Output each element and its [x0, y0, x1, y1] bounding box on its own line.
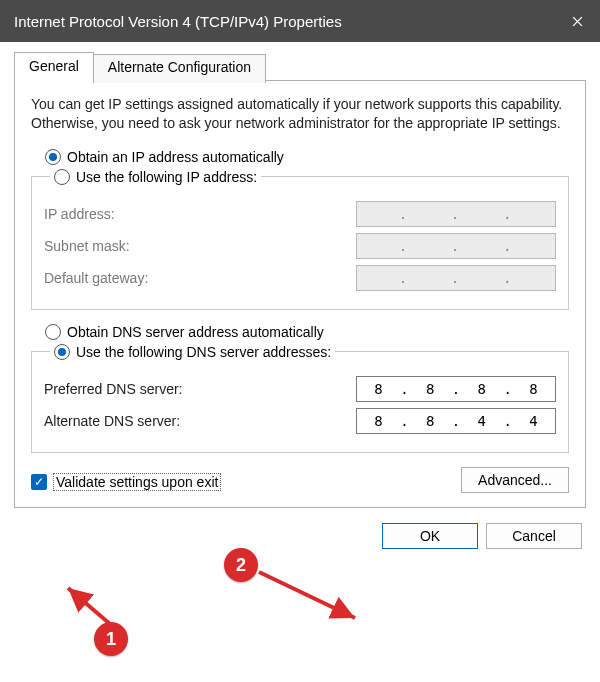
radio-dns-auto-label: Obtain DNS server address automatically — [67, 324, 324, 340]
radio-dns-auto[interactable]: Obtain DNS server address automatically — [45, 324, 569, 340]
radio-icon — [45, 324, 61, 340]
gateway-input: . . . — [356, 265, 556, 291]
advanced-button[interactable]: Advanced... — [461, 467, 569, 493]
tab-alternate-label: Alternate Configuration — [108, 59, 251, 75]
alternate-dns-label: Alternate DNS server: — [44, 413, 180, 429]
annotation-badge-2: 2 — [224, 548, 258, 582]
tab-panel-general: You can get IP settings assigned automat… — [14, 80, 586, 508]
dns-manual-legend: Use the following DNS server addresses: — [50, 344, 335, 360]
dialog-buttons: OK Cancel — [14, 523, 586, 549]
preferred-dns-label: Preferred DNS server: — [44, 381, 182, 397]
ok-button[interactable]: OK — [382, 523, 478, 549]
radio-icon — [54, 344, 70, 360]
ip-address-label: IP address: — [44, 206, 115, 222]
row-subnet: Subnet mask: . . . — [44, 233, 556, 259]
validate-checkbox[interactable]: ✓ Validate settings upon exit — [31, 473, 221, 491]
ok-button-label: OK — [420, 528, 440, 544]
close-button[interactable] — [554, 0, 600, 42]
radio-ip-auto-label: Obtain an IP address automatically — [67, 149, 284, 165]
tab-alternate[interactable]: Alternate Configuration — [93, 54, 266, 83]
radio-icon — [45, 149, 61, 165]
radio-dns-manual[interactable]: Use the following DNS server addresses: — [54, 344, 331, 360]
radio-icon — [54, 169, 70, 185]
alternate-dns-input[interactable]: 8. 8. 4. 4 — [356, 408, 556, 434]
tab-general[interactable]: General — [14, 52, 94, 81]
close-icon — [572, 16, 583, 27]
svg-line-1 — [68, 588, 110, 624]
radio-ip-manual[interactable]: Use the following IP address: — [54, 169, 257, 185]
ip-address-input: . . . — [356, 201, 556, 227]
dns-manual-group: Use the following DNS server addresses: … — [31, 344, 569, 453]
row-ip-address: IP address: . . . — [44, 201, 556, 227]
gateway-label: Default gateway: — [44, 270, 148, 286]
radio-dns-manual-label: Use the following DNS server addresses: — [76, 344, 331, 360]
tab-strip: General Alternate Configuration — [14, 52, 586, 81]
row-alternate-dns: Alternate DNS server: 8. 8. 4. 4 — [44, 408, 556, 434]
radio-ip-manual-label: Use the following IP address: — [76, 169, 257, 185]
advanced-button-label: Advanced... — [478, 472, 552, 488]
window-title: Internet Protocol Version 4 (TCP/IPv4) P… — [14, 13, 342, 30]
svg-line-0 — [259, 572, 355, 618]
row-preferred-dns: Preferred DNS server: 8. 8. 8. 8 — [44, 376, 556, 402]
ip-manual-group: Use the following IP address: IP address… — [31, 169, 569, 310]
validate-label: Validate settings upon exit — [53, 473, 221, 491]
preferred-dns-input[interactable]: 8. 8. 8. 8 — [356, 376, 556, 402]
subnet-label: Subnet mask: — [44, 238, 130, 254]
annotation-arrow-1 — [62, 582, 122, 630]
subnet-input: . . . — [356, 233, 556, 259]
ip-manual-legend: Use the following IP address: — [50, 169, 261, 185]
tab-general-label: General — [29, 58, 79, 74]
checkbox-checked-icon: ✓ — [31, 474, 47, 490]
titlebar: Internet Protocol Version 4 (TCP/IPv4) P… — [0, 0, 600, 42]
annotation-arrow-2 — [255, 566, 365, 626]
intro-text: You can get IP settings assigned automat… — [31, 95, 569, 133]
row-gateway: Default gateway: . . . — [44, 265, 556, 291]
radio-ip-auto[interactable]: Obtain an IP address automatically — [45, 149, 569, 165]
cancel-button[interactable]: Cancel — [486, 523, 582, 549]
cancel-button-label: Cancel — [512, 528, 556, 544]
